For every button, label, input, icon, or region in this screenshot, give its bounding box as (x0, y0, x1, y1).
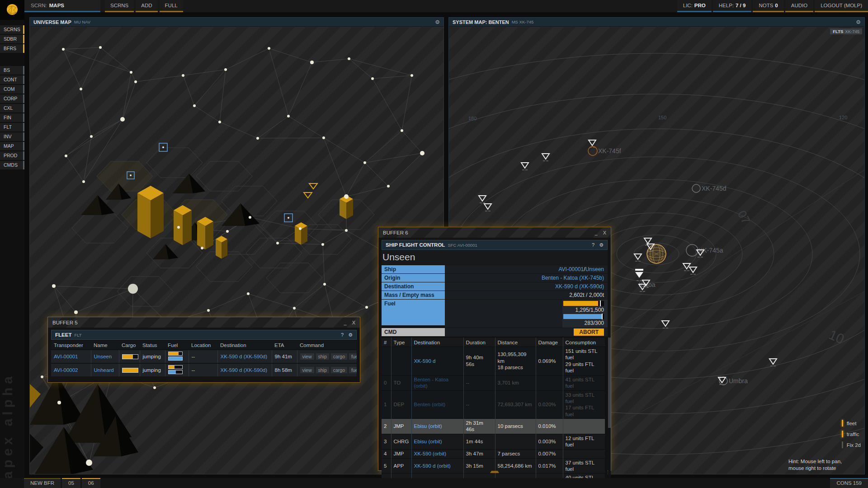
ship-selection-square[interactable] (159, 143, 167, 151)
close-icon[interactable]: X (352, 320, 355, 325)
screen-indicator[interactable]: SCRN: MAPS (24, 0, 100, 12)
flight-plan-row[interactable]: 1DEPBenten (orbit)--72,693,307 km0.020%3… (382, 390, 605, 419)
flight-plan-row[interactable]: 0TOBenten - Katoa (orbit)--3,701 km41 un… (382, 375, 605, 390)
destination-link[interactable]: XK-590 d (orbit) (414, 463, 451, 469)
sidebar-item-prod[interactable]: PROD (0, 151, 24, 160)
ship-marker-selected[interactable] (635, 269, 643, 281)
ship-marker[interactable] (634, 254, 642, 261)
ship-marker[interactable] (589, 140, 596, 147)
legend-toggle-traffic[interactable]: traffic (842, 431, 861, 437)
flight-plan-row[interactable]: 2JMPEbisu (orbit)2h 31m 46s10 parsecs0.0… (382, 419, 605, 434)
top-tab-full[interactable]: FULL (160, 0, 183, 12)
sidebar-item-cxl[interactable]: CXL (0, 104, 24, 113)
gear-icon[interactable]: ⚙ (348, 332, 353, 338)
ship-button[interactable]: ship (316, 367, 329, 373)
top-status-nots[interactable]: NOTS0 (753, 0, 783, 12)
destination-link[interactable]: Ebisu (orbit) (414, 423, 442, 429)
ship-marker[interactable] (484, 204, 491, 211)
view-button[interactable]: view (300, 353, 314, 360)
field-value-part[interactable]: XK-590 d (XK-590d) (555, 283, 604, 290)
ship-name-link[interactable]: Unseen (94, 354, 112, 359)
sidebar-item-sdbr[interactable]: SDBR (0, 35, 24, 43)
sidebar-item-scrns[interactable]: SCRNS (0, 25, 24, 34)
ship-marker[interactable] (662, 321, 669, 328)
ftl-fuel-bar (168, 365, 183, 369)
legend-toggle-fleet[interactable]: fleet (842, 420, 861, 427)
star-benten[interactable] (647, 244, 666, 263)
buffer-tab-05[interactable]: 05 (62, 478, 80, 488)
buffer6-titlebar[interactable]: BUFFER 6 _ X (378, 227, 611, 238)
scrollbar-thumb[interactable] (608, 338, 611, 428)
planet-xk-745f[interactable]: XK-745f (588, 146, 621, 155)
gear-icon[interactable]: ⚙ (856, 19, 861, 25)
top-status-audio[interactable]: AUDIO (785, 0, 813, 12)
buffer-tab-06[interactable]: 06 (82, 478, 100, 488)
fleets-tag[interactable]: FLTSXK-745 (830, 28, 862, 34)
sidebar-item-com[interactable]: COM (0, 85, 24, 94)
ship-marker[interactable] (689, 267, 697, 274)
destination-link[interactable]: XK-590 (orbit) (414, 451, 447, 456)
top-tab-scrns[interactable]: SCRNS (105, 0, 134, 12)
field-value-part[interactable]: Benten - Katoa (XK-745b) (542, 275, 604, 281)
view-button[interactable]: view (300, 367, 314, 373)
sidebar-item-bs[interactable]: BS (0, 66, 24, 75)
legend-toggle-fix-2d[interactable]: Fix 2d (842, 441, 861, 448)
gear-icon[interactable]: ⚙ (599, 242, 604, 248)
sidebar-item-fin[interactable]: FIN (0, 113, 24, 122)
resize-handle[interactable] (490, 471, 499, 473)
status-label: AUDIO (791, 3, 807, 8)
transponder-link[interactable]: AVI-00001 (54, 354, 78, 359)
ship-selection-square[interactable] (284, 214, 292, 222)
gear-icon[interactable]: ⚙ (435, 19, 440, 25)
help-icon[interactable]: ? (341, 332, 344, 338)
buffer5-titlebar[interactable]: BUFFER 5 _ X (48, 317, 360, 328)
abort-button[interactable]: ABORT (574, 328, 604, 336)
flight-plan-row[interactable]: 3CHRGEbisu (orbit)1m 44s0.003%12 units F… (382, 434, 605, 449)
scrollbar[interactable] (608, 338, 611, 488)
close-icon[interactable]: X (603, 230, 606, 235)
top-status-help-[interactable]: HELP:7 / 9 (713, 0, 752, 12)
destination-link[interactable]: Benten (orbit) (414, 402, 446, 407)
transponder-link[interactable]: AVI-00002 (54, 367, 78, 373)
destination-link[interactable]: Benten - Katoa (orbit) (414, 377, 449, 389)
flight-plan-row[interactable]: 4JMPXK-590 (orbit)3h 47m7 parsecs0.007% (382, 449, 605, 458)
cell-num: 2 (382, 419, 391, 434)
top-status-lic-[interactable]: LIC:PRO (677, 0, 712, 12)
fleet-marker[interactable] (304, 192, 312, 198)
sidebar-item-flt[interactable]: FLT (0, 123, 24, 131)
ship-name-link[interactable]: Unheard (94, 367, 114, 373)
planet-xk-745a[interactable]: XK-745a (686, 244, 723, 256)
fuel-button[interactable]: fuel (349, 367, 357, 373)
field-value-part[interactable]: AVI-00001 (558, 266, 584, 272)
console-button[interactable]: CONS 159 (830, 478, 868, 488)
minimize-icon[interactable]: _ (595, 230, 598, 235)
consumption-line: 29 units FTL fuel (566, 361, 603, 374)
ship-button[interactable]: ship (316, 353, 329, 360)
cargo-button[interactable]: cargo (331, 367, 347, 373)
top-tab-add[interactable]: ADD (136, 0, 157, 12)
planet-xk-745d[interactable]: XK-745d (692, 184, 726, 192)
sidebar-item-cont[interactable]: CONT (0, 75, 24, 84)
minimize-icon[interactable]: _ (344, 320, 347, 325)
top-status-logout-molp-[interactable]: LOGOUT (MOLP) (815, 0, 868, 12)
fleet-marker[interactable] (309, 183, 317, 189)
ship-marker[interactable] (521, 163, 528, 170)
ship-marker[interactable] (542, 154, 549, 161)
sidebar-item-bfrs[interactable]: BFRS (0, 44, 24, 53)
destination-link[interactable]: Ebisu (orbit) (414, 439, 442, 444)
destination-link[interactable]: XK-590 d (XK-590d) (221, 367, 268, 373)
sidebar-item-map[interactable]: MAP (0, 142, 24, 150)
sidebar-item-inv[interactable]: INV (0, 132, 24, 141)
cargo-button[interactable]: cargo (331, 353, 347, 360)
field-value-part[interactable]: Unseen (585, 266, 604, 272)
destination-link[interactable]: XK-590 d (XK-590d) (221, 354, 268, 359)
buffer-tab-new-bfr[interactable]: NEW BFR (24, 478, 61, 488)
sidebar-item-corp[interactable]: CORP (0, 94, 24, 103)
help-icon[interactable]: ? (592, 242, 594, 248)
fuel-button[interactable]: fuel (349, 353, 357, 360)
sidebar-item-cmds[interactable]: CMDS (0, 161, 24, 169)
destination-link[interactable]: XK-590 d (414, 358, 436, 364)
apex-logo[interactable] (0, 0, 24, 20)
cell-num: 3 (382, 434, 391, 449)
ship-marker[interactable] (769, 359, 777, 366)
